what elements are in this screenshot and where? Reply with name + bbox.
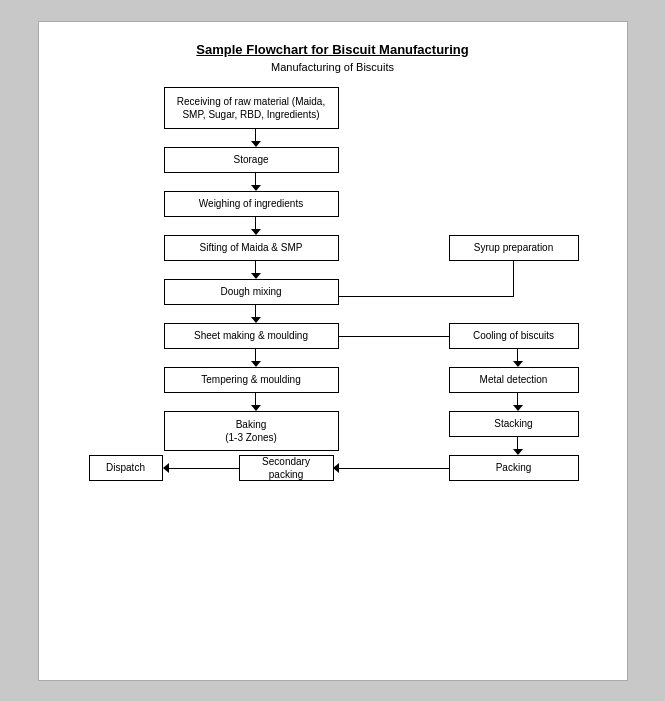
- page: Sample Flowchart for Biscuit Manufacturi…: [38, 21, 628, 681]
- box-secondary: Secondary packing: [239, 455, 334, 481]
- syrup-v-line: [513, 261, 514, 297]
- box-sifting: Sifting of Maida & SMP: [164, 235, 339, 261]
- box-syrup: Syrup preparation: [449, 235, 579, 261]
- flowchart: Receiving of raw material (Maida, SMP, S…: [69, 87, 597, 657]
- syrup-h-line: [339, 296, 513, 297]
- box-sheet: Sheet making & moulding: [164, 323, 339, 349]
- box-tempering: Tempering & moulding: [164, 367, 339, 393]
- page-title: Sample Flowchart for Biscuit Manufacturi…: [69, 42, 597, 57]
- arrow-raw-storage: [251, 129, 261, 147]
- box-metal: Metal detection: [449, 367, 579, 393]
- arrow-sifting-dough: [251, 261, 261, 279]
- arrow-sheet-tempering: [251, 349, 261, 367]
- box-storage: Storage: [164, 147, 339, 173]
- box-weighing: Weighing of ingredients: [164, 191, 339, 217]
- box-dough: Dough mixing: [164, 279, 339, 305]
- sheet-h-line: [339, 336, 449, 337]
- box-dispatch: Dispatch: [89, 455, 163, 481]
- page-subtitle: Manufacturing of Biscuits: [69, 61, 597, 73]
- arrow-dough-sheet: [251, 305, 261, 323]
- arrow-secondary-dispatch: [163, 463, 169, 473]
- arrow-storage-weighing: [251, 173, 261, 191]
- arrow-stacking-packing: [513, 437, 523, 455]
- box-stacking: Stacking: [449, 411, 579, 437]
- box-raw-material: Receiving of raw material (Maida, SMP, S…: [164, 87, 339, 129]
- arrow-weighing-sifting: [251, 217, 261, 235]
- packing-h-line: [339, 468, 449, 469]
- arrow-cooling-metal: [513, 349, 523, 367]
- secondary-h-line: [169, 468, 239, 469]
- arrow-tempering-baking: [251, 393, 261, 411]
- box-baking: Baking (1-3 Zones): [164, 411, 339, 451]
- box-cooling: Cooling of biscuits: [449, 323, 579, 349]
- box-packing: Packing: [449, 455, 579, 481]
- arrow-metal-stacking: [513, 393, 523, 411]
